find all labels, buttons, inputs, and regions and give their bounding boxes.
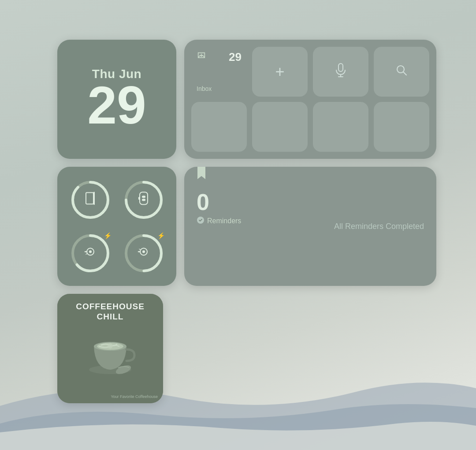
bookmark-container xyxy=(197,167,206,183)
calendar-widget[interactable]: Thu Jun 29 xyxy=(57,40,176,159)
svg-point-18 xyxy=(89,250,92,253)
svg-rect-13 xyxy=(142,195,145,198)
inbox-icon xyxy=(197,51,206,63)
coffee-cup-art xyxy=(82,322,139,379)
row-2: ⚡ xyxy=(57,167,436,286)
cc-empty-3 xyxy=(313,102,368,152)
battery-airpods-case xyxy=(119,176,167,224)
svg-rect-7 xyxy=(86,192,93,204)
add-icon: + xyxy=(275,63,284,81)
reminders-label-text: Reminders xyxy=(207,217,241,225)
reminders-widget[interactable]: 0 Reminders All Reminders Completed xyxy=(184,167,436,286)
row-3: COFFEEHOUSE CHILL xyxy=(57,294,436,403)
inbox-count: 29 xyxy=(229,50,242,64)
music-title-line1: COFFEEHOUSE CHILL xyxy=(76,302,145,322)
battery-airpods-left: ⚡ xyxy=(66,229,114,277)
calendar-date: 29 xyxy=(87,79,146,131)
widgets-container: Thu Jun 29 29 Inbox + xyxy=(57,40,436,403)
row-1: Thu Jun 29 29 Inbox + xyxy=(57,40,436,159)
battery-widget[interactable]: ⚡ xyxy=(57,167,176,286)
control-center-widget[interactable]: 29 Inbox + xyxy=(184,40,436,159)
airpod-right-icon xyxy=(138,245,150,261)
battery-airpods-right: ⚡ xyxy=(119,229,167,277)
mic-cell[interactable] xyxy=(313,47,368,97)
svg-rect-14 xyxy=(138,197,140,199)
add-cell[interactable]: + xyxy=(252,47,308,97)
album-art: COFFEEHOUSE CHILL xyxy=(57,294,163,403)
inbox-label: Inbox xyxy=(197,85,212,92)
battery-laptop xyxy=(66,176,114,224)
cc-empty-4 xyxy=(374,102,429,152)
laptop-icon xyxy=(84,193,97,206)
svg-rect-11 xyxy=(140,192,148,204)
reminders-count: 0 xyxy=(197,191,424,214)
music-widget[interactable]: COFFEEHOUSE CHILL xyxy=(57,294,163,403)
svg-line-4 xyxy=(403,72,406,75)
airpods-case-icon xyxy=(137,192,151,207)
bookmark-icon xyxy=(197,170,206,182)
airpod-left-icon xyxy=(84,245,97,261)
search-icon xyxy=(395,64,408,79)
cc-empty-2 xyxy=(252,102,308,152)
search-cell[interactable] xyxy=(374,47,429,97)
svg-rect-0 xyxy=(338,64,343,71)
reminders-completed-text: All Reminders Completed xyxy=(334,222,424,231)
svg-point-27 xyxy=(108,343,113,349)
reminders-icon xyxy=(197,216,205,226)
cc-empty-1 xyxy=(191,102,247,152)
music-tagline: Your Favorite Coffeehouse xyxy=(111,394,158,399)
inbox-cell[interactable]: 29 Inbox xyxy=(191,47,247,97)
mic-icon xyxy=(335,63,347,80)
svg-point-22 xyxy=(142,250,145,253)
svg-rect-12 xyxy=(142,199,145,201)
